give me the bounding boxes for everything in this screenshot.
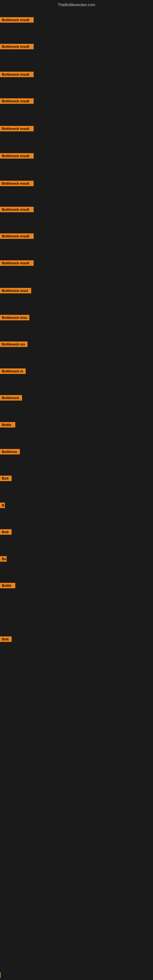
badge-18: Bott — [0, 476, 12, 481]
badge-11: Bottleneck resul — [0, 288, 31, 293]
badge-17: Bottlenec — [0, 449, 20, 455]
badge-1: Bottleneck result — [0, 17, 33, 23]
site-title: TheBottlenecker.com — [58, 2, 95, 7]
badge-6: Bottleneck result — [0, 153, 33, 159]
badge-3: Bottleneck result — [0, 72, 33, 77]
badge-15: Bottleneck — [0, 395, 22, 401]
badge-14: Bottleneck re — [0, 368, 26, 374]
badge-10: Bottleneck result — [0, 260, 33, 266]
badge-4: Bottleneck result — [0, 98, 33, 104]
badge-22: Bottle — [0, 583, 15, 588]
badge-13: Bottleneck res — [0, 342, 27, 347]
badge-20: Bott — [0, 529, 12, 535]
badge-5: Bottleneck result — [0, 126, 33, 131]
badge-23: Bott — [0, 636, 12, 642]
badge-19: B — [0, 503, 5, 508]
badge-12: Bottleneck resu — [0, 315, 29, 320]
badge-2: Bottleneck result — [0, 44, 33, 49]
badge-9: Bottleneck result — [0, 233, 33, 239]
cursor-24 — [0, 972, 1, 978]
badge-8: Bottleneck result — [0, 207, 33, 212]
badge-7: Bottleneck result — [0, 181, 33, 186]
badge-21: Bo — [0, 556, 7, 562]
badge-16: Bottle — [0, 422, 15, 428]
